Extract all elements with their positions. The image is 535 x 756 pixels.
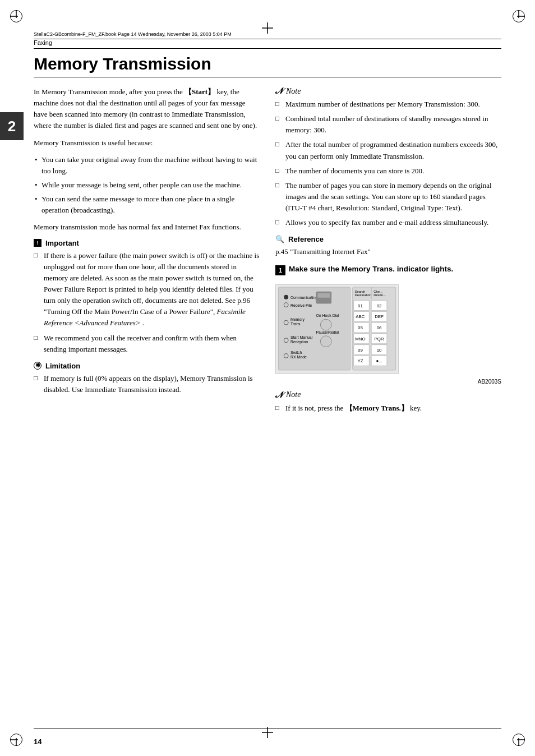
- right-column: 𝒩 Note Maximum number of destinations pe…: [275, 86, 501, 421]
- left-column: In Memory Transmission mode, after you p…: [34, 86, 260, 402]
- page-number: 14: [34, 737, 41, 746]
- limitation-icon: ✱: [34, 362, 41, 370]
- svg-text:06: 06: [377, 325, 382, 330]
- bullet-list: You can take your original away from the…: [34, 154, 260, 216]
- svg-text:05: 05: [358, 325, 363, 330]
- limitation-item-1: If memory is full (0% appears on the dis…: [34, 373, 260, 395]
- corner-mark-bl: [10, 730, 26, 746]
- important-list: If there is a power failure (the main po…: [34, 250, 260, 355]
- svg-text:MNO: MNO: [355, 336, 365, 341]
- limitation-heading: ✱ Limitation: [34, 362, 260, 370]
- top-center-mark: [262, 22, 273, 36]
- svg-text:PQR: PQR: [374, 336, 384, 341]
- title-rule: [34, 48, 501, 49]
- limitation-list: If memory is full (0% appears on the dis…: [34, 373, 260, 395]
- svg-text:01: 01: [358, 303, 363, 308]
- bullet-item-1: You can take your original away from the…: [34, 154, 260, 177]
- two-column-layout: In Memory Transmission mode, after you p…: [34, 86, 501, 421]
- page-title: Memory Transmission: [34, 54, 501, 77]
- svg-text:Memory: Memory: [290, 317, 305, 322]
- svg-point-25: [320, 335, 331, 347]
- note1-item-2: Combined total number of destinations of…: [275, 113, 501, 136]
- svg-text:ABC: ABC: [356, 314, 365, 319]
- limitation-label: Limitation: [45, 362, 80, 370]
- svg-rect-9: [278, 287, 350, 370]
- reference-heading: 🔍 Reference: [275, 235, 501, 243]
- important-heading: ! Important: [34, 239, 260, 247]
- important-item-1: If there is a power failure (the main po…: [34, 250, 260, 329]
- important-icon: !: [34, 239, 41, 247]
- reference-icon: 🔍: [275, 235, 284, 243]
- note1-heading: 𝒩 Note: [275, 86, 501, 96]
- corner-mark-tr: [509, 10, 525, 26]
- corner-mark-br: [509, 730, 525, 746]
- step1-heading: 1 Make sure the Memory Trans. indicator …: [275, 265, 501, 275]
- chapter-tab: 2: [0, 112, 24, 140]
- section-label: Faxing: [34, 39, 501, 46]
- note2-icon: 𝒩: [275, 390, 282, 400]
- file-path-text: StellaC2-GBcombine-F_FM_ZF.book Page 14 …: [34, 31, 232, 37]
- note1-item-6: Allows you to specify fax number and e-m…: [275, 217, 501, 228]
- svg-text:Trans.: Trans.: [290, 322, 301, 326]
- step1-label: Make sure the Memory Trans. indicator li…: [289, 265, 453, 273]
- svg-text:Pause/Redial: Pause/Redial: [316, 330, 339, 334]
- machine-image-container: Communicating Receive File Memory: [275, 280, 501, 385]
- svg-text:Receive File: Receive File: [290, 303, 312, 307]
- corner-mark-tl: [10, 10, 26, 26]
- note1-list: Maximum number of destinations per Memor…: [275, 99, 501, 228]
- note1-item-4: The number of documents you can store is…: [275, 165, 501, 177]
- svg-text:RX Mode: RX Mode: [290, 355, 307, 359]
- intro-para-1: In Memory Transmission mode, after you p…: [34, 86, 260, 132]
- note1-item-3: After the total number of programmed des…: [275, 139, 501, 162]
- svg-text:YZ: YZ: [357, 358, 363, 363]
- bottom-center-mark: [262, 727, 273, 740]
- memory-trans-key: 【Memory Trans.】: [345, 404, 408, 412]
- svg-rect-15: [317, 293, 330, 297]
- svg-text:02: 02: [377, 303, 382, 308]
- intro-para-3: Memory transmission mode has normal fax …: [34, 222, 260, 233]
- svg-text:Switch: Switch: [290, 351, 302, 354]
- start-key: 【Start】: [185, 87, 215, 96]
- image-caption: AB2003S: [275, 379, 501, 385]
- content-area: Faxing Memory Transmission In Memory Tra…: [34, 39, 501, 722]
- note1-icon: 𝒩: [275, 86, 282, 96]
- svg-text:On Hook Dial: On Hook Dial: [316, 314, 339, 317]
- note1-item-1: Maximum number of destinations per Memor…: [275, 99, 501, 110]
- important-item-2: We recommend you call the receiver and c…: [34, 333, 260, 355]
- reference-label: Reference: [288, 235, 324, 243]
- svg-text:Reception: Reception: [290, 339, 308, 344]
- svg-text:09: 09: [358, 347, 363, 352]
- note2-item-1: If it is not, press the 【Memory Trans.】 …: [275, 403, 501, 414]
- page: StellaC2-GBcombine-F_FM_ZF.book Page 14 …: [0, 0, 535, 756]
- svg-text:Communicating: Communicating: [290, 295, 317, 299]
- note2-list: If it is not, press the 【Memory Trans.】 …: [275, 403, 501, 414]
- reference-text: p.45 "Transmitting Internet Fax": [275, 246, 501, 257]
- svg-point-20: [320, 319, 331, 330]
- intro-para-2: Memory Transmission is useful because:: [34, 137, 260, 149]
- chapter-number: 2: [8, 118, 16, 135]
- important-label: Important: [45, 239, 79, 247]
- svg-text:●...: ●...: [376, 358, 382, 363]
- note2-label: Note: [286, 390, 301, 399]
- note1-label: Note: [286, 87, 301, 96]
- svg-text:Destin...: Destin...: [373, 293, 386, 296]
- svg-text:Destination: Destination: [355, 293, 372, 296]
- note2-heading: 𝒩 Note: [275, 390, 501, 400]
- bullet-item-3: You can send the same message to more th…: [34, 193, 260, 216]
- svg-text:DEF: DEF: [375, 314, 384, 319]
- bullet-item-2: While your message is being sent, other …: [34, 179, 260, 191]
- svg-point-10: [284, 294, 288, 299]
- svg-text:10: 10: [377, 347, 382, 352]
- note1-item-5: The number of pages you can store in mem…: [275, 180, 501, 214]
- machine-image: Communicating Receive File Memory: [275, 284, 399, 374]
- svg-text:Start Manual: Start Manual: [290, 335, 313, 339]
- step1-number: 1: [275, 265, 285, 275]
